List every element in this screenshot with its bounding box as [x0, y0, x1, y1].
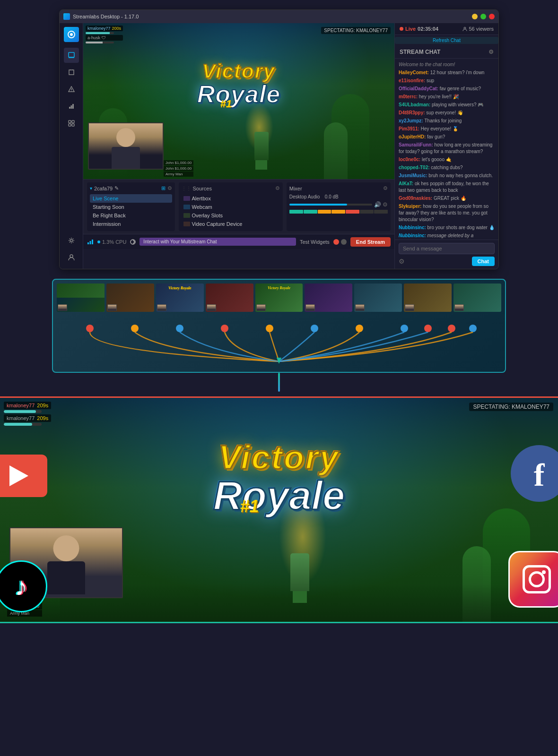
- svg-point-16: [70, 240, 72, 242]
- webcam-icon: [183, 205, 190, 209]
- chat-msg-1: e11isonfire: sup: [399, 77, 495, 84]
- timeline-thumb-9[interactable]: [453, 284, 501, 312]
- timeline-thumb-7[interactable]: [354, 284, 402, 312]
- timeline-thumb-8[interactable]: [404, 284, 452, 312]
- chat-button-row: ⚙ Chat: [399, 257, 495, 266]
- sidebar-item-stats[interactable]: [64, 99, 79, 114]
- maximize-button[interactable]: [480, 14, 486, 19]
- mixer-slider[interactable]: [289, 204, 372, 206]
- left-sidebar: [60, 23, 83, 269]
- scenes-edit-icon[interactable]: ✎: [114, 185, 119, 191]
- source-item-webcam[interactable]: Webcam: [182, 203, 280, 211]
- chat-settings-header-icon[interactable]: ⚙: [488, 49, 494, 55]
- svg-rect-15: [72, 124, 74, 126]
- scenes-settings-icon[interactable]: ⚙: [167, 185, 172, 191]
- source-item-alertbox[interactable]: Alertbox: [182, 194, 280, 203]
- mixer-mute-icon[interactable]: 🔊: [374, 201, 381, 208]
- source-item-capture[interactable]: Video Capture Device: [182, 220, 280, 228]
- status-chart-icon: [87, 239, 94, 245]
- scene-item-be-right-back[interactable]: Be Right Back: [90, 211, 172, 220]
- dot-7[interactable]: [356, 325, 363, 332]
- sources-panel: ⋮⋮ Sources ⚙ Alertbox Webcam: [179, 182, 283, 231]
- hud-player1: kmaloney77 200s: [86, 26, 123, 31]
- scene-item-intermission[interactable]: Intermission: [90, 220, 172, 228]
- chat-emoji-icon[interactable]: ⚙: [399, 258, 405, 265]
- dot-8[interactable]: [401, 325, 408, 332]
- timeline-thumb-5[interactable]: Victory Royale: [255, 284, 303, 312]
- widget-dot-red[interactable]: [333, 239, 339, 245]
- timeline-thumb-4[interactable]: [206, 284, 253, 312]
- live-header: Live 02:35:04 56 viewers: [395, 23, 498, 35]
- chat-username-17: Nubbinsinc:: [399, 233, 427, 238]
- sidebar-item-widgets[interactable]: [64, 116, 79, 131]
- chat-username-12: JusmiMusic:: [399, 173, 428, 178]
- chat-text-0: 12 hour stream? i'm down: [430, 70, 485, 75]
- chat-username-15: Slykuiper:: [399, 204, 423, 209]
- sidebar-item-settings[interactable]: [64, 233, 79, 248]
- chat-username-16: Nubbinsinc:: [399, 225, 427, 230]
- tiktok-icon: ♪: [15, 571, 28, 601]
- scenes-caret-icon: ▾: [90, 186, 92, 191]
- scenes-panel: ▾ 2cafa79 ✎ ⊞ ⚙ Live Scene Starting Soon…: [87, 182, 175, 231]
- chat-panel: Live 02:35:04 56 viewers Refresh Chat ST…: [394, 23, 498, 269]
- chat-username-5: D4t8R3ppy:: [399, 110, 426, 115]
- chat-username-8: oJupiterHD:: [399, 134, 427, 139]
- chat-username-10: loc0ne0c:: [399, 157, 422, 162]
- chat-msg-0: HaileyComet: 12 hour stream? i'm down: [399, 69, 495, 76]
- chat-text-11: catching dubs?: [431, 165, 462, 170]
- mixer-settings-icon[interactable]: ⚙: [383, 185, 388, 191]
- timeline-thumb-3[interactable]: Victory Royale: [156, 284, 204, 312]
- chat-msg-10: loc0ne0c: let's goooo 🤙: [399, 156, 495, 163]
- chat-welcome-msg: Welcome to the chat room!: [399, 61, 495, 68]
- widget-dot-gray[interactable]: [341, 239, 347, 245]
- end-stream-button[interactable]: End Stream: [350, 237, 391, 247]
- dot-2[interactable]: [131, 325, 139, 332]
- stat-row-1: John $1,000.00: [164, 160, 193, 165]
- ms-spectating-label: SPECTATING: KMALONEY77: [469, 403, 553, 411]
- dot-3[interactable]: [176, 325, 183, 332]
- mixer-title: Mixer: [289, 186, 302, 191]
- timeline-thumbnails: Victory Royale Victory Royale: [57, 284, 501, 312]
- sidebar-item-scene[interactable]: [64, 48, 79, 63]
- sidebar-item-events[interactable]: [64, 65, 79, 80]
- status-cpu: 1.3% CPU: [97, 239, 126, 245]
- refresh-chat-button[interactable]: Refresh Chat: [395, 37, 498, 44]
- dot-5[interactable]: [266, 325, 273, 332]
- chat-input-field[interactable]: [399, 243, 495, 254]
- timeline-thumb-6[interactable]: [305, 284, 352, 312]
- thumb-webcam-4: [207, 304, 216, 311]
- streamlabs-logo-icon: [63, 13, 70, 20]
- mixer-settings2-icon[interactable]: ⚙: [383, 201, 388, 208]
- dot-11[interactable]: [469, 325, 477, 332]
- sidebar-item-profile[interactable]: [64, 250, 79, 265]
- stat-row-2: John $1,000.00: [164, 166, 193, 171]
- dot-6[interactable]: [311, 325, 318, 332]
- chat-msg-6: xy2Jumpz: Thanks for joining: [399, 118, 495, 124]
- minimize-button[interactable]: [472, 14, 478, 19]
- game-screenshot: Victory Royale #1 SPECTATING: KMALONEY77…: [83, 23, 394, 179]
- scene-item-live[interactable]: Live Scene: [90, 194, 172, 203]
- dot-4[interactable]: [221, 325, 228, 332]
- chat-send-button[interactable]: Chat: [472, 257, 495, 266]
- ms-health-bar1: [4, 410, 42, 413]
- scenes-add-icon[interactable]: ⊞: [161, 185, 166, 191]
- multistream-button[interactable]: Interact with Your Multistream Chat: [140, 238, 296, 246]
- chat-username-7: Pim3911:: [399, 126, 421, 131]
- scene-item-starting-soon[interactable]: Starting Soon: [90, 203, 172, 211]
- sidebar-item-alert-box[interactable]: [64, 82, 79, 97]
- mixer-level-bars: [289, 210, 388, 214]
- multistream-preview: Victory Royale #1 SPECTATING: KMALONEY77…: [0, 396, 558, 623]
- close-button[interactable]: [489, 14, 495, 19]
- chat-text-3: hey you're live!! 🎉: [419, 94, 459, 99]
- youtube-logo: [0, 455, 47, 497]
- sources-settings-icon[interactable]: ⚙: [275, 185, 280, 191]
- timeline-thumb-1[interactable]: [57, 284, 105, 312]
- chat-username-3: m0terrc:: [399, 94, 419, 99]
- live-dot-icon: [400, 27, 403, 31]
- timeline-thumb-2[interactable]: [106, 284, 154, 312]
- source-item-overlay[interactable]: Overlay Slots: [182, 211, 280, 220]
- dot-10[interactable]: [448, 325, 455, 332]
- dot-9[interactable]: [424, 325, 432, 332]
- ms-hud-player2: kmaloney77 209s: [4, 414, 51, 422]
- dot-1[interactable]: [86, 325, 94, 332]
